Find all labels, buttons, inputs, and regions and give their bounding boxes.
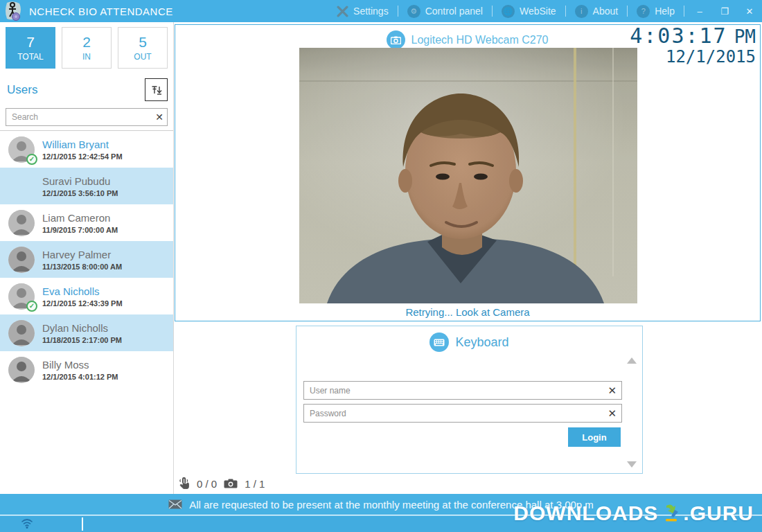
scroll-up-icon[interactable] [627, 357, 637, 364]
help-question-icon: ? [637, 5, 650, 18]
about-label: About [593, 6, 619, 17]
minimize-button[interactable]: – [687, 0, 712, 22]
out-counter-tile[interactable]: 5 OUT [118, 27, 168, 69]
settings-button[interactable]: Settings [328, 0, 398, 22]
in-counter-tile[interactable]: 2 IN [62, 27, 112, 69]
user-row-harvey-palmer[interactable]: Harvey Palmer 11/13/2015 8:00:00 AM [0, 241, 173, 278]
user-timestamp: 12/1/2015 4:01:12 PM [42, 373, 118, 381]
total-counter-tile[interactable]: 7 TOTAL [6, 27, 55, 69]
close-button[interactable]: ✕ [737, 0, 762, 22]
total-count: 7 [26, 34, 35, 50]
camera-panel: Logitech HD Webcam C270 4:03:17PM 12/1/2… [175, 24, 761, 321]
clock-time: 4:03:17 [630, 24, 727, 48]
menu-divider [684, 6, 684, 17]
user-name: Liam Cameron [42, 212, 118, 224]
avatar [8, 247, 35, 273]
app-title: NCHECK BIO ATTENDANCE [29, 6, 173, 17]
scroll-down-icon[interactable] [627, 461, 637, 468]
out-label: OUT [134, 52, 151, 62]
watermark-right: .GURU [683, 502, 754, 525]
titlebar-menu: Settings ⚙ Control panel 🌐 WebSite i Abo… [328, 0, 762, 22]
user-list: ✓ William Bryant 12/1/2015 12:42:54 PM S… [0, 130, 173, 388]
wifi-icon[interactable] [21, 518, 33, 529]
password-field[interactable] [303, 404, 622, 423]
user-name: Suravi Pubudu [42, 175, 118, 187]
user-row-william-bryant[interactable]: ✓ William Bryant 12/1/2015 12:42:54 PM [0, 131, 173, 168]
keyboard-login-panel: Keyboard ✕ ✕ Login [296, 326, 643, 474]
camera-status-text: Retrying... Look at Camera [175, 306, 760, 318]
user-timestamp: 11/9/2015 7:00:00 AM [42, 226, 118, 234]
help-button[interactable]: ? Help [628, 0, 684, 22]
in-label: IN [82, 52, 91, 62]
app-logo-icon [3, 1, 24, 21]
user-name: Billy Moss [42, 359, 118, 371]
user-timestamp: 12/1/2015 3:56:10 PM [42, 189, 118, 197]
camera-icon [387, 30, 405, 49]
user-name: Eva Nicholls [42, 285, 123, 297]
envelope-icon [168, 499, 182, 509]
user-timestamp: 11/13/2015 8:00:00 AM [42, 263, 122, 271]
users-header: Users [7, 83, 37, 97]
clear-password-icon[interactable]: ✕ [608, 407, 617, 420]
sort-icon [150, 84, 163, 96]
download-arrow-icon [661, 503, 682, 524]
text-cursor [82, 517, 83, 531]
check-badge-icon: ✓ [26, 301, 37, 312]
user-row-liam-cameron[interactable]: Liam Cameron 11/9/2015 7:00:00 AM [0, 204, 173, 241]
website-label: WebSite [520, 6, 556, 17]
check-badge-icon: ✓ [26, 154, 37, 165]
user-name: William Bryant [42, 139, 123, 150]
capture-camera-icon [224, 479, 238, 488]
help-label: Help [655, 6, 675, 17]
user-timestamp: 12/1/2015 12:43:39 PM [42, 299, 123, 308]
user-row-dylan-nicholls[interactable]: Dylan Nicholls 11/18/2015 2:17:00 PM [0, 314, 173, 351]
title-bar: NCHECK BIO ATTENDANCE Settings ⚙ Control… [0, 0, 762, 22]
website-globe-icon: 🌐 [502, 5, 515, 18]
window-controls: – ❐ ✕ [687, 0, 762, 22]
maximize-button[interactable]: ❐ [712, 0, 737, 22]
user-name: Harvey Palmer [42, 249, 122, 260]
user-name: Dylan Nicholls [42, 322, 122, 334]
keyboard-panel-title: Keyboard [455, 335, 508, 350]
touch-count: 0 / 0 [197, 478, 217, 490]
login-button[interactable]: Login [568, 427, 621, 447]
user-row-suravi-pubudu[interactable]: Suravi Pubudu 12/1/2015 3:56:10 PM [0, 168, 173, 204]
control-panel-icon: ⚙ [407, 5, 420, 18]
settings-label: Settings [353, 6, 389, 17]
clock-meridiem: PM [734, 26, 756, 47]
sidebar: 7 TOTAL 2 IN 5 OUT Users ✕ [0, 22, 174, 494]
webcam-device-name: Logitech HD Webcam C270 [411, 34, 548, 46]
about-info-icon: i [575, 5, 588, 18]
photo-count: 1 / 1 [245, 478, 265, 490]
user-row-billy-moss[interactable]: Billy Moss 12/1/2015 4:01:12 PM [0, 351, 173, 388]
user-timestamp: 11/18/2015 2:17:00 PM [42, 336, 122, 344]
clock-date: 12/1/2015 [630, 48, 756, 66]
counter-tiles: 7 TOTAL 2 IN 5 OUT [0, 22, 173, 69]
user-row-eva-nicholls[interactable]: ✓ Eva Nicholls 12/1/2015 12:43:39 PM [0, 278, 173, 314]
capture-stats: 0 / 0 1 / 1 [179, 477, 265, 490]
touch-finger-icon [179, 477, 190, 490]
avatar [8, 210, 35, 236]
control-panel-button[interactable]: ⚙ Control panel [398, 0, 492, 22]
avatar [8, 357, 35, 383]
clear-username-icon[interactable]: ✕ [608, 384, 617, 397]
search-input[interactable] [6, 108, 168, 126]
total-label: TOTAL [17, 52, 44, 62]
watermark: DOWNLOADS .GURU [513, 502, 754, 525]
in-count: 2 [82, 34, 91, 50]
watermark-left: DOWNLOADS [513, 502, 658, 525]
sort-users-button[interactable] [145, 78, 168, 101]
keyboard-icon [429, 332, 449, 352]
username-field[interactable] [303, 381, 622, 400]
avatar [8, 320, 35, 346]
control-panel-label: Control panel [425, 6, 483, 17]
webcam-photo [299, 48, 637, 303]
about-button[interactable]: i About [566, 0, 628, 22]
out-count: 5 [139, 34, 147, 50]
clear-search-icon[interactable]: ✕ [155, 112, 163, 123]
clock: 4:03:17PM 12/1/2015 [630, 25, 756, 66]
settings-icon [337, 6, 348, 17]
user-timestamp: 12/1/2015 12:42:54 PM [42, 152, 123, 161]
website-button[interactable]: 🌐 WebSite [493, 0, 565, 22]
